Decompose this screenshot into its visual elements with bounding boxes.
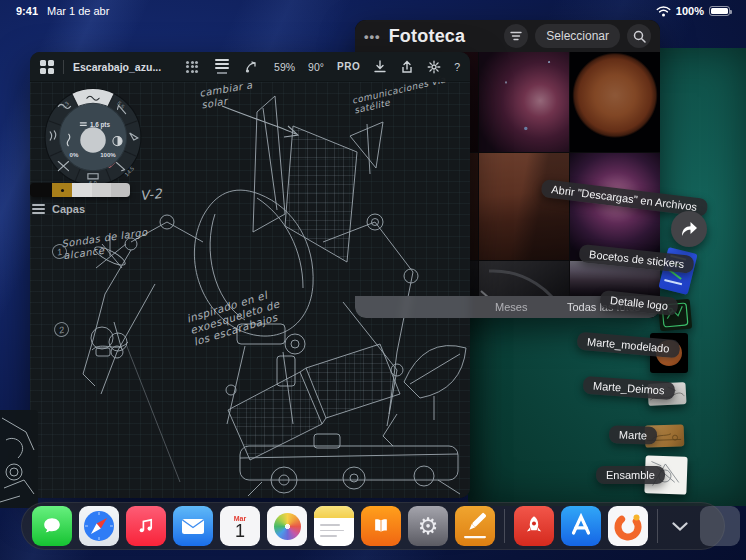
calendar-day: 1 [235, 522, 245, 541]
spacecraft-image [479, 261, 569, 296]
layers-list-icon [32, 204, 45, 214]
search-icon [633, 30, 646, 43]
app-library-icon[interactable] [700, 506, 740, 546]
messages-app-icon[interactable] [32, 506, 72, 546]
forward-arrow-icon [680, 221, 698, 237]
gallery-icon[interactable] [40, 60, 54, 74]
rotation-value[interactable]: 90° [308, 61, 324, 73]
share-export-icon[interactable] [400, 60, 414, 74]
status-date: Mar 1 de abr [47, 5, 109, 17]
mail-app-icon[interactable] [173, 506, 213, 546]
battery-percentage: 100% [676, 5, 704, 17]
swatch-light-gray[interactable] [72, 183, 92, 197]
battery-icon [709, 6, 730, 16]
layers-label: Capas [52, 203, 85, 215]
opacity-max: 100% [100, 151, 116, 158]
swatch-mid-gray[interactable] [111, 183, 130, 197]
safari-app-icon[interactable] [79, 506, 119, 546]
photo-thumbnail-mars-surface[interactable] [479, 153, 569, 260]
tab-months[interactable]: Meses [495, 301, 527, 313]
swatch-black[interactable] [30, 183, 52, 197]
photo-thumbnail-spacecraft[interactable] [479, 261, 569, 296]
dock-collapse-chevron[interactable] [667, 506, 693, 546]
color-swatch-bar [30, 183, 130, 197]
layers-icon[interactable] [215, 59, 229, 74]
photos-flower-icon [274, 513, 301, 540]
select-button[interactable]: Seleccionar [535, 24, 620, 48]
fototeca-header: ••• Fototeca Seleccionar [355, 20, 660, 52]
dock-divider [657, 509, 658, 543]
fragment-sketch-lines [0, 410, 38, 508]
pen-mode-icon[interactable] [244, 60, 258, 74]
help-button[interactable]: ? [454, 61, 460, 73]
music-app-icon[interactable] [126, 506, 166, 546]
fototeca-title: Fototeca [389, 26, 466, 47]
settings-app-icon[interactable]: ⚙ [408, 506, 448, 546]
drawing-app-window: cambiar a solar comunicaciones vía satél… [30, 52, 470, 498]
document-title[interactable]: Escarabajo_azu... [73, 61, 161, 73]
drawing-app-dock-icon[interactable] [455, 506, 495, 546]
drawing-toolbar: Escarabajo_azu... 59% 90° PRO [30, 52, 470, 82]
clock: 9:41 [16, 5, 38, 17]
annotation-version: V-2 [139, 187, 163, 204]
color-preview[interactable] [80, 127, 106, 153]
dock: Mar 1 ⚙ [21, 502, 725, 550]
filter-lines-icon [510, 31, 522, 41]
toolbar-divider [63, 60, 64, 74]
opacity-min: 0% [70, 151, 79, 158]
status-bar: 9:41 Mar 1 de abr 100% [0, 0, 746, 22]
dock-divider [504, 509, 505, 543]
search-button[interactable] [627, 24, 651, 48]
photo-thumbnail-horsehead-nebula[interactable] [479, 45, 569, 152]
rocket-app-icon[interactable] [514, 506, 554, 546]
wifi-icon [656, 6, 671, 17]
books-app-icon[interactable] [361, 506, 401, 546]
swatch-gray[interactable] [92, 183, 111, 197]
drag-label-ensamble: Ensamble [596, 466, 665, 484]
calendar-app-icon[interactable]: Mar 1 [220, 506, 260, 546]
share-arrow-button[interactable] [671, 211, 707, 247]
layers-panel-toggle[interactable]: Capas [32, 203, 85, 215]
ipad-screen: Meses Todas las fotos ••• Fototeca Selec… [0, 0, 746, 560]
import-icon[interactable] [373, 60, 387, 74]
photos-app-icon[interactable] [267, 506, 307, 546]
c-app-icon[interactable] [608, 506, 648, 546]
drag-label-mars: Marte [609, 425, 658, 445]
more-options-button[interactable]: ••• [364, 29, 381, 44]
notes-app-icon[interactable] [314, 506, 354, 546]
swatch-gold-selected[interactable] [52, 183, 72, 197]
sketch-fragment [0, 410, 38, 508]
tool-wheel[interactable]: 7.3 5.5 14.5 6.9 1.6 pts 0% 100% [42, 86, 144, 188]
filter-button[interactable] [504, 24, 528, 48]
settings-gear-icon[interactable] [427, 60, 441, 74]
app-store-icon[interactable] [561, 506, 601, 546]
grid-settings-icon[interactable] [186, 61, 198, 73]
photo-thumbnail-mars-planet[interactable] [570, 45, 660, 152]
zoom-level[interactable]: 59% [274, 61, 295, 73]
pro-badge[interactable]: PRO [337, 61, 360, 72]
